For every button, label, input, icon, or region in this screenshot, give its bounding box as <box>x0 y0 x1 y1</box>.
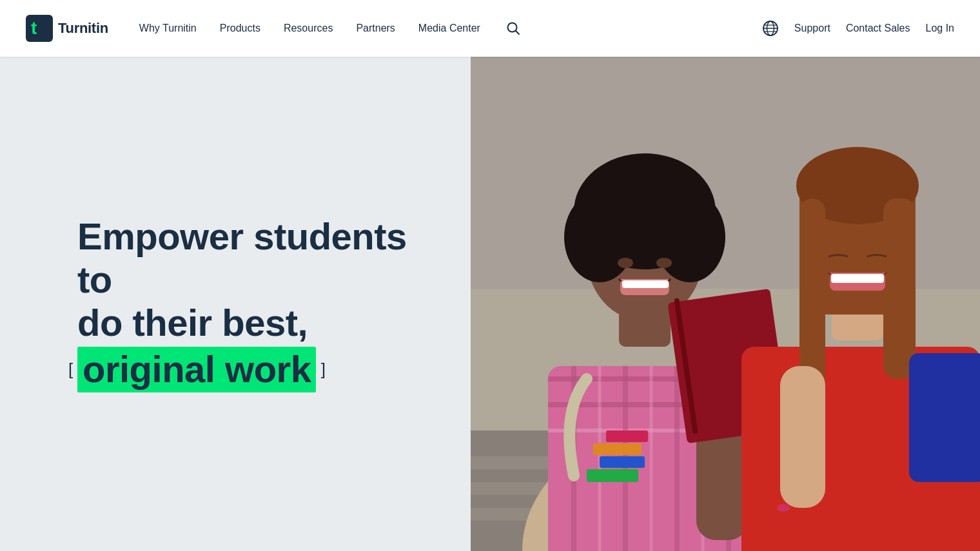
hero-text: Empower students to do their best, [ ori… <box>0 57 471 551</box>
language-selector[interactable] <box>762 20 779 37</box>
svg-rect-53 <box>606 430 648 442</box>
svg-rect-48 <box>780 366 825 508</box>
svg-rect-44 <box>799 198 825 392</box>
svg-line-3 <box>516 31 519 34</box>
svg-rect-52 <box>593 443 642 455</box>
svg-rect-35 <box>622 280 669 288</box>
hero-image <box>471 57 980 551</box>
svg-point-54 <box>777 504 790 512</box>
search-button[interactable] <box>504 19 523 38</box>
svg-rect-51 <box>600 456 645 468</box>
navbar: t Turnitin Why Turnitin Products Resourc… <box>0 0 980 57</box>
svg-point-32 <box>618 258 633 268</box>
bracket-right-icon: ] <box>321 360 326 380</box>
turnitin-logo-icon: t <box>26 15 53 42</box>
primary-nav: Why Turnitin Products Resources Partners… <box>139 19 762 38</box>
hero-highlight-text: original work <box>77 347 316 392</box>
svg-point-31 <box>654 192 725 282</box>
hero-line1: Empower students to <box>77 215 407 300</box>
bracket-left-icon: [ <box>68 360 73 380</box>
nav-media-center[interactable]: Media Center <box>418 23 480 34</box>
nav-resources[interactable]: Resources <box>284 23 333 34</box>
secondary-nav: Support Contact Sales Log In <box>762 20 954 37</box>
search-icon <box>506 21 520 35</box>
contact-sales-link[interactable]: Contact Sales <box>846 23 910 34</box>
nav-products[interactable]: Products <box>220 23 260 34</box>
hero-illustration <box>471 57 980 551</box>
svg-rect-0 <box>26 15 53 42</box>
svg-rect-50 <box>587 469 638 482</box>
svg-text:t: t <box>31 18 37 38</box>
hero-section: Empower students to do their best, [ ori… <box>0 57 980 551</box>
logo[interactable]: t Turnitin <box>26 15 108 42</box>
logo-text: Turnitin <box>58 20 108 37</box>
nav-partners[interactable]: Partners <box>356 23 395 34</box>
login-link[interactable]: Log In <box>926 23 954 34</box>
globe-icon <box>762 20 779 37</box>
hero-headline: Empower students to do their best, [ ori… <box>77 215 432 392</box>
svg-rect-45 <box>883 198 916 379</box>
support-link[interactable]: Support <box>794 23 830 34</box>
svg-rect-49 <box>909 353 980 482</box>
svg-rect-47 <box>831 274 884 283</box>
svg-point-30 <box>564 192 635 282</box>
nav-why-turnitin[interactable]: Why Turnitin <box>139 23 197 34</box>
hero-line2: do their best, <box>77 302 308 343</box>
svg-point-33 <box>656 258 672 268</box>
hero-highlight-wrapper: [ original work ] <box>77 347 316 392</box>
